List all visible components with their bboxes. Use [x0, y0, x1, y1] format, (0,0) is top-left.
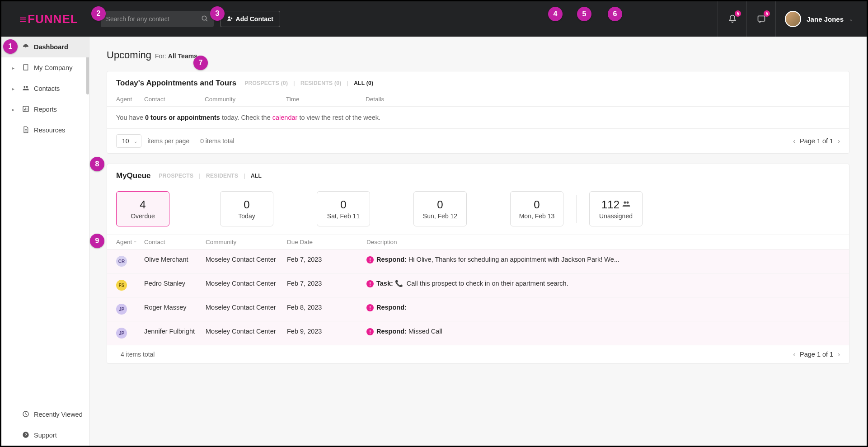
cell-agent: FS [116, 280, 144, 291]
calendar-link[interactable]: calendar [272, 114, 298, 121]
svg-point-22 [626, 201, 629, 203]
pager-prev-icon[interactable]: ‹ [793, 351, 795, 358]
agent-avatar: JP [116, 304, 127, 315]
queue-card-mon[interactable]: 0 Mon, Feb 13 [510, 191, 563, 226]
col-community: Community [206, 239, 287, 245]
queue-card-cap: Sat, Feb 11 [327, 212, 360, 220]
sidebar-item-label: My Company [34, 64, 72, 71]
queue-card-sat[interactable]: 0 Sat, Feb 11 [317, 191, 370, 226]
chat-badge: 5 [764, 10, 770, 17]
for-label: For: [155, 52, 166, 60]
add-contact-button[interactable]: Add Contact [220, 11, 280, 27]
notifications-chat[interactable]: 5 [746, 1, 775, 37]
table-row[interactable]: CROlive MerchantMoseley Contact CenterFe… [107, 249, 849, 273]
queue-head: MyQueue PROSPECTS | RESIDENTS | ALL [107, 164, 849, 185]
tab-all[interactable]: ALL (0) [354, 80, 373, 86]
queue-card-unassigned[interactable]: 112 Unassigned [589, 191, 643, 226]
col-description: Description [366, 239, 840, 245]
chevron-down-icon: ⌄ [134, 139, 137, 144]
divider: | [347, 80, 348, 86]
desc-kind: Task: [376, 280, 393, 287]
agent-avatar: JP [116, 328, 127, 339]
divider: | [199, 173, 201, 179]
logo[interactable]: ≡ FUNNEL [19, 12, 78, 26]
queue-cards: 4 Overdue 0 Today 0 Sat, Feb 11 0 Sun, F… [107, 185, 849, 235]
per-page-label: items per page [148, 137, 190, 145]
queue-card-today[interactable]: 0 Today [220, 191, 273, 226]
pager-next-icon[interactable]: › [838, 351, 840, 358]
appointments-empty: You have 0 tours or appointments today. … [107, 107, 849, 129]
sidebar-item-label: Reports [34, 106, 57, 113]
queue-card-num: 4 [140, 198, 145, 211]
desc-text: Missed Call [407, 328, 442, 335]
cell-community: Moseley Contact Center [206, 280, 287, 287]
appointments-columns: Agent Contact Community Time Details [107, 92, 849, 107]
desc-text: Call this prospect to check in on their … [405, 280, 568, 287]
user-menu[interactable]: Jane Jones ⌄ [775, 1, 867, 37]
svg-rect-3 [758, 16, 765, 21]
user-name: Jane Jones [807, 15, 844, 23]
divider: | [244, 173, 245, 179]
queue-card-num: 112 [601, 198, 619, 211]
queue-card-overdue[interactable]: 4 Overdue [116, 191, 169, 226]
sidebar-item-support[interactable]: ? Support [1, 425, 89, 446]
appointments-tabs: PROSPECTS (0) | RESIDENTS (0) | ALL (0) [244, 80, 373, 86]
logo-text: FUNNEL [28, 12, 78, 26]
search-wrap [101, 11, 214, 27]
sidebar-item-contacts[interactable]: ▸ Contacts [1, 78, 89, 99]
sidebar-item-reports[interactable]: ▸ Reports [1, 99, 89, 120]
divider: | [293, 80, 295, 86]
table-row[interactable]: JPRoger MasseyMoseley Contact CenterFeb … [107, 297, 849, 321]
queue-card-num: 0 [244, 198, 249, 211]
alert-icon: ! [366, 280, 374, 287]
svg-rect-14 [25, 108, 26, 110]
per-page-select[interactable]: 10 ⌄ [116, 134, 141, 148]
pager-prev-icon[interactable]: ‹ [793, 137, 795, 145]
search-input[interactable] [101, 11, 214, 27]
queue-tabs: PROSPECTS | RESIDENTS | ALL [159, 173, 262, 179]
desc-kind: Respond: [376, 328, 407, 335]
sidebar-item-resources[interactable]: Resources [1, 120, 89, 141]
queue-columns: Agent ≡ Contact Community Due Date Descr… [107, 235, 849, 249]
tab-residents[interactable]: RESIDENTS (0) [300, 80, 342, 86]
table-row[interactable]: JPJennifer FulbrightMoseley Contact Cent… [107, 321, 849, 345]
appointments-card: Today's Appointments and Tours PROSPECTS… [107, 71, 849, 154]
cell-community: Moseley Contact Center [206, 256, 287, 263]
tab-residents[interactable]: RESIDENTS [206, 173, 238, 179]
col-community: Community [205, 96, 286, 103]
clock-icon [22, 410, 29, 419]
svg-rect-15 [27, 108, 27, 110]
table-row[interactable]: FSPedro StanleyMoseley Contact CenterFeb… [107, 273, 849, 297]
cell-description: !Respond: [366, 304, 840, 311]
sidebar-item-recently-viewed[interactable]: Recently Viewed [1, 404, 89, 425]
tab-all[interactable]: ALL [251, 173, 262, 179]
page-text: Page 1 of 1 [800, 137, 833, 145]
search-icon[interactable] [201, 15, 208, 24]
col-agent[interactable]: Agent ≡ [116, 239, 144, 245]
queue-card-cap: Overdue [131, 212, 155, 220]
notifications-bell[interactable]: 5 [718, 1, 746, 37]
appointments-title: Today's Appointments and Tours [116, 79, 236, 88]
page-title-row: Upcoming For: All Teams ⌄ [107, 49, 849, 61]
col-contact: Contact [144, 239, 206, 245]
svg-point-2 [228, 16, 230, 19]
topbar: ≡ FUNNEL Add Contact 5 5 Jane Jones ⌄ [1, 1, 867, 37]
cell-contact: Pedro Stanley [144, 280, 206, 287]
cell-agent: JP [116, 304, 144, 315]
annotation-bubble-7: 7 [193, 56, 208, 70]
appointments-head: Today's Appointments and Tours PROSPECTS… [107, 71, 849, 92]
sidebar-bottom: Recently Viewed ? Support [1, 404, 89, 446]
alert-icon: ! [366, 328, 374, 335]
tab-prospects[interactable]: PROSPECTS (0) [244, 80, 288, 86]
phone-icon: 📞 [395, 280, 403, 287]
appointments-pager: 10 ⌄ items per page 0 items total ‹ Page… [107, 129, 849, 153]
sidebar-item-my-company[interactable]: ▸ My Company [1, 57, 89, 78]
cell-description: !Respond: Missed Call [366, 328, 840, 335]
svg-point-0 [202, 16, 206, 20]
queue-card-sun[interactable]: 0 Sun, Feb 12 [413, 191, 467, 226]
cell-contact: Jennifer Fulbright [144, 328, 206, 335]
tab-prospects[interactable]: PROSPECTS [159, 173, 194, 179]
help-icon: ? [22, 431, 29, 440]
sidebar-item-label: Dashboard [34, 43, 68, 51]
pager-next-icon[interactable]: › [838, 137, 840, 145]
